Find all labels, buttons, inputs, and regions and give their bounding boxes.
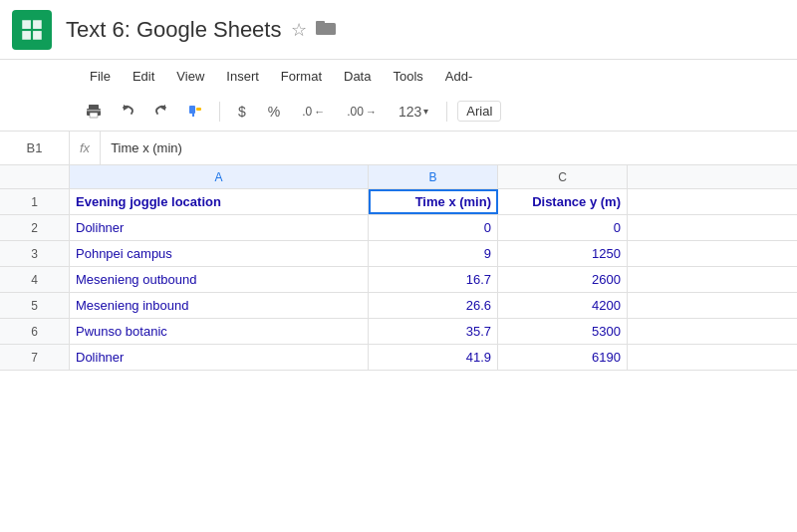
cell-C6[interactable]: 5300 [498, 319, 628, 344]
decimal-right-button[interactable]: .00→ [339, 103, 385, 121]
cell-A3[interactable]: Pohnpei campus [70, 241, 369, 266]
cell-A6[interactable]: Pwunso botanic [70, 319, 369, 344]
cell-C3[interactable]: 1250 [498, 241, 628, 266]
paint-format-button[interactable] [181, 98, 209, 126]
svg-rect-13 [192, 112, 194, 117]
row-num-5[interactable]: 5 [0, 293, 70, 318]
menu-bar: File Edit View Insert Format Data Tools … [0, 60, 797, 92]
col-header-A[interactable]: A [70, 165, 369, 188]
cell-A2[interactable]: Dolihner [70, 215, 369, 240]
table-row: 1 Evening joggle location Time x (min) D… [0, 189, 797, 215]
fx-label: fx [70, 132, 101, 164]
cell-A4[interactable]: Mesenieng outbound [70, 267, 369, 292]
spreadsheet: A B C 1 Evening joggle location Time x (… [0, 165, 797, 371]
row-num-1[interactable]: 1 [0, 189, 70, 214]
menu-view[interactable]: View [166, 65, 214, 88]
number-format-button[interactable]: 123 ▾ [391, 102, 436, 122]
cell-B1[interactable]: Time x (min) [369, 189, 498, 214]
table-row: 4 Mesenieng outbound 16.7 2600 [0, 267, 797, 293]
row-num-7[interactable]: 7 [0, 345, 70, 370]
row-num-6[interactable]: 6 [0, 319, 70, 344]
cell-B7[interactable]: 41.9 [369, 345, 498, 370]
menu-insert[interactable]: Insert [216, 65, 269, 88]
cell-B6[interactable]: 35.7 [369, 319, 498, 344]
font-selector[interactable]: Arial [457, 101, 501, 122]
svg-rect-14 [196, 108, 201, 111]
menu-file[interactable]: File [80, 65, 121, 88]
col-header-B[interactable]: B [369, 165, 498, 188]
row-num-4[interactable]: 4 [0, 267, 70, 292]
cell-B4[interactable]: 16.7 [369, 267, 498, 292]
title-bar: Text 6: Google Sheets ☆ [0, 0, 797, 60]
toolbar-sep-1 [219, 102, 220, 122]
corner-header [0, 165, 70, 188]
table-row: 2 Dolihner 0 0 [0, 215, 797, 241]
cell-A5[interactable]: Mesenieng inbound [70, 293, 369, 318]
formula-bar: B1 fx Time x (min) [0, 132, 797, 165]
undo-button[interactable] [114, 98, 141, 126]
svg-rect-1 [33, 20, 42, 29]
table-row: 3 Pohnpei campus 9 1250 [0, 241, 797, 267]
row-num-2[interactable]: 2 [0, 215, 70, 240]
menu-format[interactable]: Format [271, 65, 332, 88]
table-row: 7 Dolihner 41.9 6190 [0, 345, 797, 371]
svg-rect-0 [22, 20, 31, 29]
toolbar: $ % .0← .00→ 123 ▾ Arial [0, 92, 797, 132]
menu-tools[interactable]: Tools [383, 65, 432, 88]
menu-data[interactable]: Data [334, 65, 381, 88]
col-header-C[interactable]: C [498, 165, 628, 188]
cell-A1[interactable]: Evening joggle location [70, 189, 369, 214]
menu-add[interactable]: Add- [435, 65, 482, 88]
print-button[interactable] [80, 98, 108, 126]
toolbar-sep-2 [446, 102, 447, 122]
cell-B3[interactable]: 9 [369, 241, 498, 266]
menu-edit[interactable]: Edit [123, 65, 164, 88]
cell-A7[interactable]: Dolihner [70, 345, 369, 370]
percent-button[interactable]: % [260, 102, 288, 122]
app-icon [12, 10, 52, 50]
cell-C4[interactable]: 2600 [498, 267, 628, 292]
cell-B2[interactable]: 0 [369, 215, 498, 240]
cell-C7[interactable]: 6190 [498, 345, 628, 370]
document-title: Text 6: Google Sheets [66, 17, 281, 43]
svg-rect-9 [87, 110, 101, 112]
cell-C2[interactable]: 0 [498, 215, 628, 240]
svg-rect-5 [316, 21, 325, 25]
cell-reference[interactable]: B1 [0, 132, 70, 164]
svg-rect-3 [33, 31, 42, 40]
cell-C1[interactable]: Distance y (m) [498, 189, 628, 214]
svg-rect-2 [22, 31, 31, 40]
redo-button[interactable] [147, 98, 175, 126]
column-headers: A B C [0, 165, 797, 189]
row-num-3[interactable]: 3 [0, 241, 70, 266]
folder-icon[interactable] [315, 18, 337, 41]
dollar-button[interactable]: $ [230, 102, 254, 122]
svg-rect-8 [90, 113, 98, 118]
table-row: 6 Pwunso botanic 35.7 5300 [0, 319, 797, 345]
star-icon[interactable]: ☆ [291, 19, 307, 41]
table-row: 5 Mesenieng inbound 26.6 4200 [0, 293, 797, 319]
title-actions: ☆ [291, 18, 337, 41]
decimal-left-button[interactable]: .0← [294, 103, 333, 121]
formula-input[interactable]: Time x (min) [101, 140, 797, 155]
cell-C5[interactable]: 4200 [498, 293, 628, 318]
cell-B5[interactable]: 26.6 [369, 293, 498, 318]
